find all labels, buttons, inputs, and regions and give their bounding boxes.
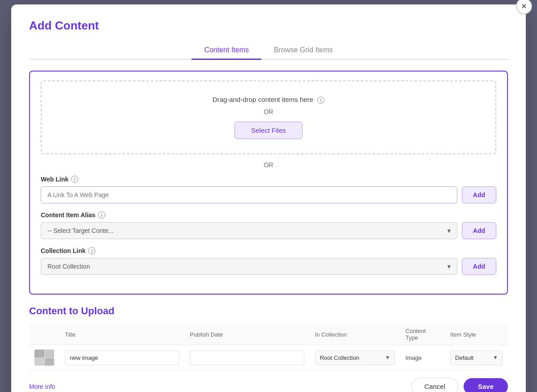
publish-date-cell	[184, 345, 309, 371]
col-header-empty	[29, 324, 60, 345]
footer-buttons: Cancel Save	[411, 378, 508, 392]
save-button[interactable]: Save	[464, 378, 508, 392]
more-info-link[interactable]: More info	[29, 383, 55, 390]
info-icon: i	[317, 97, 324, 104]
collection-link-wrapper: Root Collection ▼	[41, 258, 457, 275]
item-style-cell: Default ▼	[445, 345, 508, 371]
content-item-alias-row: -- Select Target Conte... ▼ Add	[41, 222, 496, 239]
tab-browse-grid[interactable]: Browse Grid Items	[261, 42, 345, 60]
content-item-alias-add-button[interactable]: Add	[462, 222, 496, 239]
collection-link-label: Collection Link i	[41, 247, 496, 254]
col-header-item-style: Item Style	[445, 324, 508, 345]
drag-drop-text: Drag-and-drop content items here i	[51, 96, 486, 104]
publish-date-input[interactable]	[190, 350, 304, 365]
thumb-cell-2	[45, 350, 55, 358]
web-link-add-button[interactable]: Add	[462, 186, 496, 203]
modal: × Add Content Content Items Browse Grid …	[11, 4, 526, 392]
footer-row: More info Cancel Save	[29, 378, 508, 392]
web-link-input[interactable]	[41, 186, 457, 203]
content-item-alias-label: Content Item Alias i	[41, 211, 496, 219]
col-header-in-collection: In Collection	[310, 324, 400, 345]
collection-link-group: Collection Link i Root Collection ▼ Add	[41, 247, 496, 275]
thumbnail-grid	[34, 350, 54, 366]
web-link-info-icon: i	[71, 176, 78, 183]
thumbnail-cell	[29, 345, 60, 371]
content-type-cell: Image	[400, 345, 445, 371]
content-item-alias-select[interactable]: -- Select Target Conte...	[41, 222, 457, 239]
content-upload-section: Content to Upload Title Publish Date In …	[29, 305, 508, 371]
thumb-cell-4	[45, 358, 55, 366]
collection-link-row: Root Collection ▼ Add	[41, 258, 496, 275]
collection-link-select[interactable]: Root Collection	[41, 258, 457, 275]
thumb-cell-3	[34, 358, 44, 366]
thumbnail	[34, 350, 54, 366]
upload-zone-wrapper: Drag-and-drop content items here i OR Se…	[29, 71, 508, 295]
select-files-button[interactable]: Select Files	[234, 122, 303, 139]
thumb-cell-1	[34, 350, 44, 358]
drop-zone[interactable]: Drag-and-drop content items here i OR Se…	[41, 80, 496, 154]
modal-overlay: × Add Content Content Items Browse Grid …	[0, 0, 537, 392]
col-header-publish-date: Publish Date	[184, 324, 309, 345]
title-cell	[60, 345, 184, 371]
cancel-button[interactable]: Cancel	[411, 378, 458, 392]
modal-title: Add Content	[29, 19, 508, 33]
web-link-label: Web Link i	[41, 176, 496, 183]
in-collection-select[interactable]: Root Collection	[315, 350, 395, 365]
item-style-wrapper: Default ▼	[450, 350, 503, 365]
section-title: Content to Upload	[29, 305, 508, 317]
collection-link-add-button[interactable]: Add	[462, 258, 496, 275]
item-style-select[interactable]: Default	[450, 350, 503, 365]
content-item-alias-group: Content Item Alias i -- Select Target Co…	[41, 211, 496, 239]
or-divider: OR	[41, 161, 496, 169]
web-link-row: Add	[41, 186, 496, 203]
collection-link-info-icon: i	[88, 247, 95, 254]
title-input[interactable]	[65, 350, 179, 365]
content-item-alias-info-icon: i	[98, 211, 105, 219]
in-collection-wrapper: Root Collection ▼	[315, 350, 395, 365]
in-collection-cell: Root Collection ▼	[310, 345, 400, 371]
col-header-content-type: Content Type	[400, 324, 445, 345]
table-row: Root Collection ▼ Image Default	[29, 345, 508, 371]
close-button[interactable]: ×	[516, 0, 532, 14]
tab-bar: Content Items Browse Grid Items	[29, 42, 508, 60]
col-header-title: Title	[60, 324, 184, 345]
content-type-text: Image	[405, 354, 422, 361]
content-item-alias-wrapper: -- Select Target Conte... ▼	[41, 222, 457, 239]
upload-table: Title Publish Date In Collection Content…	[29, 324, 508, 371]
web-link-group: Web Link i Add	[41, 176, 496, 203]
or-text-upload: OR	[51, 108, 486, 115]
tab-content-items[interactable]: Content Items	[192, 42, 261, 60]
